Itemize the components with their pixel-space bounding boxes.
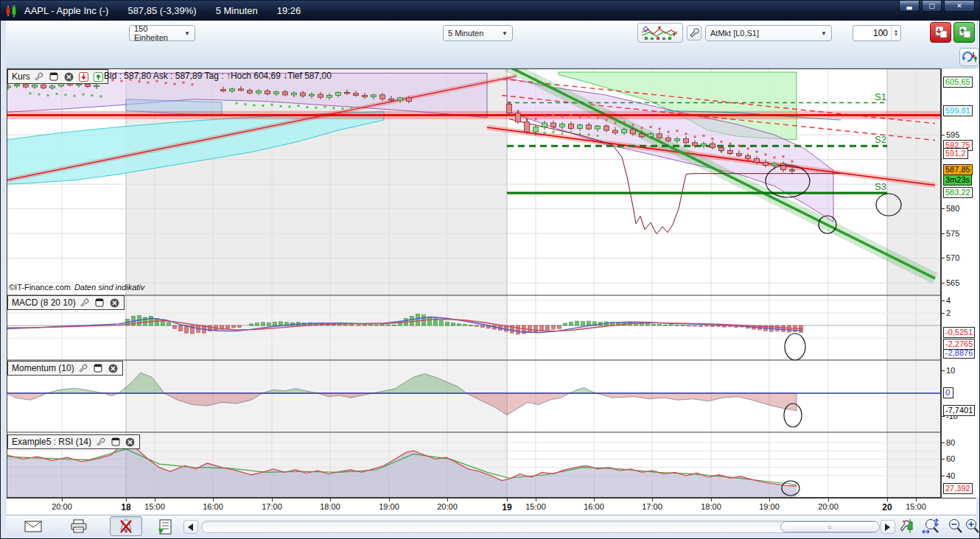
window-icon[interactable] [110,437,121,448]
momentum-panel-title: Momentum (10) [12,363,74,373]
candle [542,123,547,127]
stepper-arrows-icon[interactable]: ▲▼ [891,26,900,40]
sar-red-day2 [579,116,581,118]
candle [631,130,636,134]
sar-red-day2 [738,144,741,147]
macd-bar [428,317,432,325]
sar-red-day2 [597,117,599,119]
macd-bar [363,324,367,325]
macd-bar [357,325,361,325]
quantity-value: 100 [853,28,891,38]
maximize-button[interactable]: ▢ [922,1,942,12]
time-axis-label: 16:00 [584,502,604,511]
order-type-value: AtMkt [L0,S1] [710,29,759,38]
candle [301,93,306,96]
window-icon[interactable] [94,297,105,309]
price-axis: 5955805755705654210-10806040605,65599,81… [941,68,980,498]
close-icon[interactable] [108,363,119,374]
macd-bar [670,325,673,325]
minimize-button[interactable]: ▃ [899,1,920,12]
timeframe-dropdown[interactable]: 5 Minuten ▼ [443,25,513,41]
print-button[interactable] [66,518,92,535]
sell-arrow-icon[interactable] [78,71,89,82]
units-dropdown[interactable]: 150 Einheiten ▼ [129,25,195,41]
wrench-icon[interactable] [80,297,91,309]
scroll-left-button[interactable] [183,520,198,534]
sar-red-day2 [650,126,652,128]
macd-bar [167,323,171,325]
sar-red-day2 [561,116,564,118]
wrench-icon[interactable] [34,71,45,82]
close-button[interactable]: ✕ [944,1,975,12]
time-axis-label: 18:00 [701,502,721,511]
scrollbar-thumb[interactable]: ≡ [780,521,880,532]
candle [533,127,539,132]
chart-settings-button[interactable] [898,517,917,535]
sar-red-day2 [694,135,696,138]
time-axis-label: 15:00 [144,502,165,511]
order-type-dropdown[interactable]: AtMkt [L0,S1] ▼ [705,25,832,41]
order-settings-button[interactable] [687,25,701,40]
scroll-right-button[interactable] [881,520,895,534]
candle [595,126,601,129]
macd-bar [664,325,668,325]
chart-pattern-button[interactable] [637,23,683,43]
sar-green-day1b [342,108,344,110]
macd-bar [344,325,348,325]
time-axis-label: 20:00 [52,502,72,511]
chart-canvas[interactable]: S1S2S3 [7,68,941,498]
chart-scrollbar[interactable]: ≡ [201,521,879,533]
sar-green-day1b [236,102,238,105]
bell-off-icon [118,518,134,535]
sar-red-day2 [606,119,608,121]
sar-red-day2 [791,161,794,163]
close-icon[interactable] [109,297,120,309]
title-timeframe: 5 Minuten [216,5,258,16]
candle [256,91,262,93]
annotation-ellipse [785,334,805,360]
sell-button[interactable] [930,22,951,43]
email-button[interactable] [20,518,46,535]
candle [728,151,733,154]
macd-bar [381,325,385,325]
timeframe-dropdown-value: 5 Minuten [448,29,483,38]
chevron-down-icon: ▼ [178,30,190,37]
macd-bar [693,325,697,326]
sar-red-day2 [729,143,732,145]
candle [746,155,751,158]
close-icon[interactable] [125,437,136,448]
zoom-in-button[interactable] [963,516,980,536]
magnifier-plus-icon [964,518,980,535]
wrench-icon [690,28,699,38]
quantity-stepper[interactable]: 100 ▲▼ [853,25,901,41]
window-icon[interactable] [49,71,60,82]
refresh-quotes-button[interactable] [959,48,979,66]
zoom-out-button[interactable] [945,516,965,536]
wrench-icon[interactable] [95,437,106,448]
sar-red-day2 [774,156,776,158]
macd-bar [646,323,650,325]
time-axis: 20:001815:0016:0017:0018:0019:0020:00191… [7,498,976,515]
wrench-icon[interactable] [78,363,89,374]
close-icon[interactable] [63,71,74,82]
alarm-off-button[interactable] [110,516,142,536]
window-icon[interactable] [93,363,104,374]
title-quote: 587,85 (-3,39%) [127,5,196,16]
buy-arrow-icon[interactable] [93,71,104,82]
buy-button[interactable] [953,22,975,43]
orders-log-button[interactable] [154,518,176,535]
macd-bar [517,325,520,334]
macd-bar [179,325,183,331]
candle [710,144,715,147]
candle [318,94,323,97]
axis-value-box: 587,85 [943,164,973,175]
sar-red-day1 [165,82,167,84]
zoom-fit-button[interactable] [919,516,944,536]
time-axis-label: 19:00 [379,502,399,511]
sar-green-day1b [245,103,247,105]
candle [354,94,359,96]
macd-bar [440,320,444,325]
candle [640,134,645,137]
macd-bar [558,325,561,328]
axis-value-box: 0 [943,387,953,398]
